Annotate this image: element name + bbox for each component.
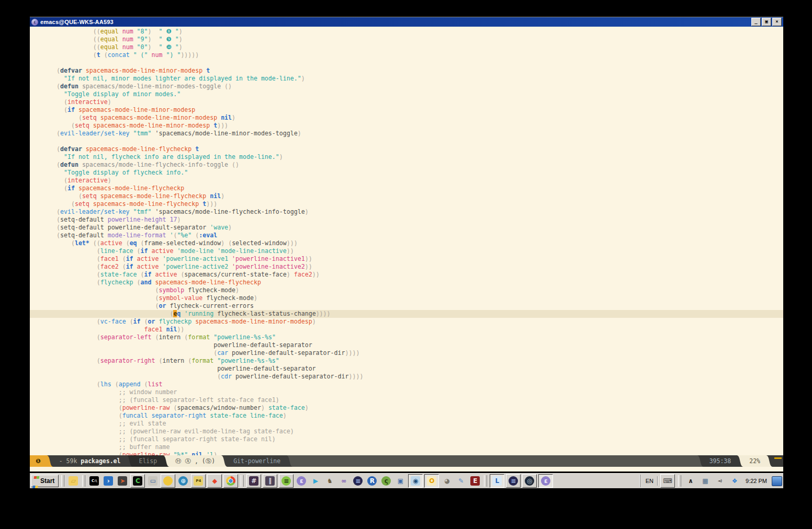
eclipse-window-icon[interactable]: ≡ xyxy=(506,474,521,488)
taskbar-clock[interactable]: 9:22 PM xyxy=(743,478,769,484)
emacs-task-icon-glyph: ε xyxy=(541,476,550,486)
code-line: (cdr powerline-default-separator-dir)))) xyxy=(30,373,783,381)
eclipse-window-icon-glyph: ≡ xyxy=(509,476,518,486)
perforce-p4-icon[interactable]: P4 xyxy=(191,474,206,488)
vc-branch-segment[interactable]: Git-powerline xyxy=(228,455,286,467)
code-line: (setq spacemacs-mode-line-minor-modesp n… xyxy=(30,114,783,122)
console-icon[interactable]: C xyxy=(130,474,145,488)
minimize-button[interactable]: _ xyxy=(751,18,761,26)
taskbar-handle[interactable] xyxy=(61,475,64,487)
explorer-folder-icon-glyph: ▱ xyxy=(69,476,78,486)
buffer-info-segment[interactable]: - 59k packages.el xyxy=(53,455,127,467)
line-column-segment[interactable]: 395:38 xyxy=(704,455,737,467)
eclipse-icon-glyph: ≡ xyxy=(353,476,363,486)
code-line: (t (concat " (" num ") "))))) xyxy=(30,51,783,59)
emacs-quicklaunch-icon[interactable]: ε xyxy=(295,475,308,487)
code-line: (let* ((active (eq (frame-selected-windo… xyxy=(30,239,783,247)
eclipse-icon[interactable]: ≡ xyxy=(352,475,364,487)
code-line: (if spacemacs-mode-line-flycheckp xyxy=(30,185,783,192)
r-language-icon-glyph: R xyxy=(367,476,377,486)
perforce-p4-icon-glyph: P4 xyxy=(194,476,203,486)
hidden-icons-chevron-icon[interactable]: ∧ xyxy=(684,475,697,487)
close-button[interactable]: × xyxy=(772,18,782,26)
code-line: (defvar spacemacs-mode-line-flycheckp t xyxy=(30,145,783,153)
dropbox-tray-icon[interactable]: ❖ xyxy=(728,475,741,487)
window-number-segment[interactable]: ❶ xyxy=(30,455,47,467)
show-desktop-button[interactable] xyxy=(772,476,782,486)
remote-desktop-icon[interactable]: ▭ xyxy=(146,475,159,487)
position-hud-segment[interactable] xyxy=(773,455,783,467)
major-mode-segment[interactable]: Elisp xyxy=(133,455,163,467)
remote-desktop-icon-glyph: ▭ xyxy=(148,476,157,486)
speaker-tray-icon[interactable]: ◄) xyxy=(714,475,726,487)
code-line: "Toggle display of minor modes." xyxy=(30,90,783,98)
title-bar[interactable]: ε emacs@QUE-WKS-AA593 _ ▣ × xyxy=(30,17,783,27)
wave-separator-icon xyxy=(766,455,773,467)
code-line-current: (eq 'running flycheck-last-status-change… xyxy=(30,310,783,318)
keyboard-tray-icon[interactable]: ⌨ xyxy=(660,474,675,488)
git-icon-glyph: ◆ xyxy=(210,476,219,486)
minor-modes-segment[interactable]: Ⓗ Ⓐ , (Ⓢ) xyxy=(170,455,221,467)
slack-channel-icon-glyph: # xyxy=(249,476,258,486)
spotify-icon[interactable]: ≡ xyxy=(279,474,294,488)
dragon-mascot-icon[interactable]: ς xyxy=(380,475,392,487)
desktop-screen: ε emacs@QUE-WKS-AA593 _ ▣ × ((equal num … xyxy=(30,17,783,488)
slack-channel-icon[interactable]: # xyxy=(246,474,261,488)
steam-icon[interactable]: ◎ xyxy=(522,474,537,488)
taskbar-handle[interactable] xyxy=(241,475,244,487)
chrome-icon[interactable] xyxy=(223,474,238,488)
code-line: face1 nil)) xyxy=(30,326,783,334)
emacs-window: ε emacs@QUE-WKS-AA593 _ ▣ × ((equal num … xyxy=(30,17,783,470)
code-line: (state-face (if active (spacemacs/curren… xyxy=(30,271,783,279)
eye-app-icon[interactable]: ◉ xyxy=(408,474,423,488)
google-play-icon[interactable]: ▶ xyxy=(309,475,322,487)
code-line: (setq spacemacs-mode-line-minor-modesp t… xyxy=(30,122,783,130)
taskbar-handle[interactable] xyxy=(82,475,85,487)
wave-separator-icon xyxy=(286,455,293,467)
code-line: (vc-face (if (or flycheckp spacemacs-mod… xyxy=(30,318,783,326)
taskbar-handle[interactable] xyxy=(484,475,487,487)
r-language-icon[interactable]: R xyxy=(366,475,378,487)
mascot-app-icon-glyph: ♞ xyxy=(325,476,334,486)
windows-logo-icon xyxy=(32,472,40,490)
start-label: Start xyxy=(40,477,54,485)
dropbox-tray-icon-glyph: ❖ xyxy=(730,476,739,486)
equalizer-app-icon[interactable]: ‖ xyxy=(263,474,277,488)
taskbar-items: ▱C:\›➤C▭⊕P4◆#‖≡ε▶♞∞≡Rς▣◉O◕✎EL≡◎ε xyxy=(60,474,553,488)
gimp-icon[interactable]: ◕ xyxy=(441,475,453,487)
start-button[interactable]: Start xyxy=(31,475,59,487)
cmd-prompt-icon[interactable]: C:\ xyxy=(88,475,100,487)
display-app-icon[interactable]: ➤ xyxy=(116,475,129,487)
outlook-icon-glyph: O xyxy=(427,476,436,486)
cyberduck-icon-glyph xyxy=(163,476,173,486)
buffer-percent-segment[interactable]: 22% xyxy=(743,455,766,467)
git-icon[interactable]: ◆ xyxy=(207,474,222,488)
mascot-app-icon[interactable]: ♞ xyxy=(323,475,336,487)
gimp-icon-glyph: ◕ xyxy=(442,476,452,486)
emacs-task-icon[interactable]: ε xyxy=(538,474,553,488)
code-line: ;; window number xyxy=(30,388,783,396)
powershell-icon[interactable]: › xyxy=(102,475,115,487)
code-line: (separator-left (intern (format "powerli… xyxy=(30,334,783,341)
code-line xyxy=(30,137,783,145)
l-app-icon[interactable]: L xyxy=(490,474,504,488)
fill-segment[interactable] xyxy=(293,455,697,467)
outlook-icon[interactable]: O xyxy=(424,474,439,488)
internet-globe-icon-glyph: ⊕ xyxy=(178,476,188,486)
internet-globe-icon[interactable]: ⊕ xyxy=(177,475,189,487)
cyberduck-icon[interactable] xyxy=(161,474,175,488)
vnc-computer-icon[interactable]: ▣ xyxy=(394,475,407,487)
emacs-app-icon: ε xyxy=(31,19,38,26)
code-line: ((equal num "8") " ❽ ") xyxy=(30,28,783,36)
intellij-icon[interactable]: E xyxy=(469,475,481,487)
buffer-text[interactable]: ((equal num "8") " ❽ ") ((equal num "9")… xyxy=(30,27,783,455)
restore-button[interactable]: ▣ xyxy=(762,18,771,26)
explorer-folder-icon[interactable]: ▱ xyxy=(67,475,80,487)
visual-studio-icon[interactable]: ∞ xyxy=(337,475,350,487)
minibuffer-echo-area[interactable] xyxy=(30,467,783,472)
language-indicator[interactable]: EN xyxy=(645,478,655,484)
feather-pen-icon[interactable]: ✎ xyxy=(455,475,467,487)
code-line: (if spacemacs-mode-line-minor-modesp xyxy=(30,106,783,114)
network-tray-icon[interactable]: ▦ xyxy=(699,475,712,487)
taskbar-handle[interactable] xyxy=(678,475,681,487)
